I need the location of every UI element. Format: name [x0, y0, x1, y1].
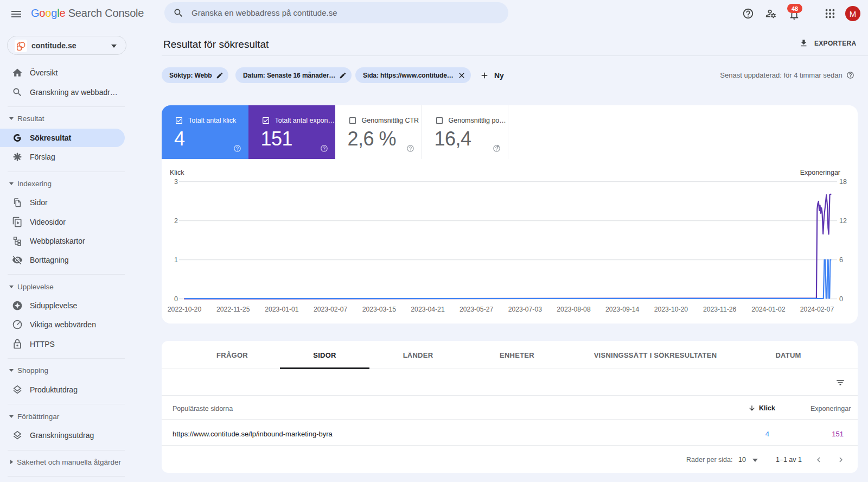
svg-text:2023-11-26: 2023-11-26	[703, 306, 737, 313]
svg-text:2023-09-14: 2023-09-14	[605, 306, 640, 313]
svg-text:2023-05-27: 2023-05-27	[459, 306, 494, 313]
svg-text:0: 0	[174, 295, 178, 303]
svg-text:2023-02-07: 2023-02-07	[314, 306, 348, 313]
svg-text:2023-07-03: 2023-07-03	[508, 306, 542, 313]
svg-text:3: 3	[174, 178, 178, 186]
svg-text:2023-10-20: 2023-10-20	[654, 306, 688, 313]
svg-text:6: 6	[839, 256, 843, 264]
svg-text:2024-01-02: 2024-01-02	[751, 306, 786, 313]
svg-text:2022-11-25: 2022-11-25	[216, 306, 250, 313]
svg-text:2023-08-08: 2023-08-08	[557, 306, 591, 313]
svg-text:2022-10-20: 2022-10-20	[168, 306, 202, 313]
svg-text:0: 0	[839, 295, 843, 303]
svg-text:2023-04-21: 2023-04-21	[411, 306, 445, 313]
svg-text:2024-02-07: 2024-02-07	[800, 306, 834, 313]
svg-text:Exponeringar: Exponeringar	[800, 169, 840, 176]
svg-text:2: 2	[174, 217, 178, 225]
svg-text:1: 1	[174, 256, 178, 264]
svg-text:2023-01-01: 2023-01-01	[265, 306, 299, 313]
svg-text:Klick: Klick	[170, 169, 184, 176]
svg-text:18: 18	[839, 178, 847, 186]
svg-text:2023-03-15: 2023-03-15	[362, 306, 397, 313]
svg-text:12: 12	[839, 217, 847, 225]
